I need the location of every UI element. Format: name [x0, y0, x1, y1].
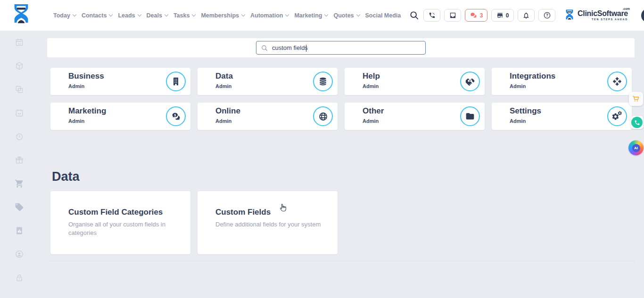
- phone-icon: [429, 12, 436, 19]
- main-nav: Today Contacts Leads Deals Tasks Members…: [53, 0, 401, 31]
- search-icon: [261, 45, 268, 51]
- nav-label: Contacts: [82, 12, 107, 19]
- chat-button[interactable]: 3: [465, 9, 487, 22]
- nav-item-social-media[interactable]: Social Media: [365, 12, 401, 19]
- inbox-icon: [449, 12, 456, 19]
- brand-tld: .com: [623, 8, 630, 11]
- category-title: Settings: [510, 106, 541, 116]
- category-subtitle: Admin: [68, 118, 84, 124]
- chevron-down-icon: [356, 13, 360, 16]
- nav-item-marketing[interactable]: Marketing: [294, 12, 328, 19]
- header: Today Contacts Leads Deals Tasks Members…: [0, 0, 644, 31]
- category-icon-circle: [607, 106, 627, 126]
- gift-icon[interactable]: [15, 155, 24, 165]
- cart-icon[interactable]: [15, 179, 24, 188]
- handshake-icon: [465, 76, 475, 87]
- user-circle-icon[interactable]: [15, 250, 24, 259]
- category-icon-circle: [313, 106, 333, 126]
- category-icon-circle: [460, 106, 480, 126]
- help-button[interactable]: ?: [538, 9, 555, 22]
- section-title: Data: [52, 169, 80, 184]
- copy-icon[interactable]: [15, 85, 24, 94]
- category-card-other[interactable]: Other Admin: [345, 103, 485, 130]
- nav-item-today[interactable]: Today: [53, 12, 76, 19]
- admin-search-box[interactable]: [256, 41, 426, 55]
- hourglass-logo-icon: [564, 9, 575, 22]
- category-card-data[interactable]: Data Admin: [198, 68, 338, 95]
- nav-label: Leads: [118, 12, 135, 19]
- chat-bubbles-icon: [470, 11, 478, 19]
- database-icon: [318, 77, 328, 86]
- store-icon: [496, 12, 504, 19]
- category-card-business[interactable]: Business Admin: [50, 68, 190, 95]
- hand-cursor-icon: [278, 202, 289, 214]
- register-button[interactable]: 0: [491, 9, 514, 22]
- user-avatar[interactable]: [641, 8, 644, 23]
- category-card-integrations[interactable]: Integrations Admin: [492, 68, 632, 95]
- search-icon[interactable]: [408, 9, 420, 22]
- text-caret: [306, 45, 306, 52]
- nav-label: Quotes: [333, 12, 354, 19]
- app-logo[interactable]: [10, 3, 32, 29]
- category-subtitle: Admin: [363, 83, 379, 89]
- report-icon[interactable]: [15, 226, 24, 235]
- ai-icon: AI: [632, 144, 640, 152]
- category-subtitle: Admin: [363, 118, 379, 124]
- floating-cart-button[interactable]: [629, 92, 643, 106]
- category-icon-circle: [166, 72, 186, 91]
- chevron-down-icon: [109, 13, 113, 16]
- category-card-marketing[interactable]: Marketing Admin $: [50, 103, 190, 130]
- page: Today Contacts Leads Deals Tasks Members…: [0, 0, 644, 298]
- building-icon: [171, 77, 181, 86]
- category-subtitle: Admin: [215, 83, 231, 89]
- lock-icon[interactable]: [15, 273, 24, 282]
- nav-item-automation[interactable]: Automation: [250, 12, 289, 19]
- register-count-badge: 0: [506, 12, 509, 19]
- history-icon[interactable]: [15, 132, 24, 141]
- floating-whatsapp-button[interactable]: [630, 116, 644, 129]
- chevron-down-icon: [73, 13, 76, 16]
- category-icon-circle: [460, 72, 480, 91]
- calendar-icon[interactable]: 12: [15, 38, 24, 47]
- category-icon-circle: [313, 72, 333, 91]
- nav-item-memberships[interactable]: Memberships: [201, 12, 245, 19]
- card-description: Define additional fields for your system: [215, 220, 325, 229]
- brand-text: ClinicSoftware .com TEN STEPS AHEAD: [578, 10, 632, 21]
- notifications-button[interactable]: [518, 9, 535, 22]
- booking-calendar-icon[interactable]: [15, 108, 24, 118]
- chevron-down-icon: [285, 13, 289, 16]
- card-custom-field-categories[interactable]: Custom Field Categories Organise all of …: [50, 191, 190, 254]
- nav-item-tasks[interactable]: Tasks: [173, 12, 196, 19]
- nav-item-deals[interactable]: Deals: [147, 12, 168, 19]
- package-icon[interactable]: [15, 61, 24, 71]
- card-custom-fields[interactable]: Custom Fields Define additional fields f…: [198, 191, 338, 254]
- nav-label: Tasks: [173, 12, 190, 19]
- nav-item-quotes[interactable]: Quotes: [333, 12, 359, 19]
- globe-icon: [318, 112, 328, 121]
- category-title: Integrations: [510, 72, 555, 81]
- sidebar: 12: [0, 31, 38, 282]
- phone-button[interactable]: [423, 9, 440, 22]
- nav-item-contacts[interactable]: Contacts: [82, 12, 112, 19]
- category-title: Other: [363, 106, 384, 116]
- admin-search-input[interactable]: [268, 44, 425, 51]
- svg-text:12: 12: [17, 42, 20, 45]
- category-subtitle: Admin: [215, 118, 231, 124]
- nav-label: Social Media: [365, 12, 401, 19]
- chevron-down-icon: [241, 13, 245, 16]
- clinicsoftware-brand[interactable]: ClinicSoftware .com TEN STEPS AHEAD: [564, 9, 632, 22]
- category-grid: Business Admin Data Admin Help Admin Int…: [50, 68, 632, 130]
- category-card-settings[interactable]: Settings Admin: [492, 103, 632, 130]
- category-card-help[interactable]: Help Admin: [345, 68, 485, 95]
- category-card-online[interactable]: Online Admin: [198, 103, 338, 130]
- data-card-grid: Custom Field Categories Organise all of …: [50, 191, 338, 254]
- chevron-down-icon: [137, 13, 141, 16]
- move-arrows-icon: [612, 77, 622, 86]
- nav-item-leads[interactable]: Leads: [118, 12, 140, 19]
- card-title: Custom Field Categories: [68, 208, 163, 217]
- tag-icon[interactable]: [15, 202, 24, 212]
- floating-ai-button[interactable]: AI: [628, 140, 644, 155]
- chevron-down-icon: [165, 13, 168, 16]
- inbox-button[interactable]: [444, 9, 461, 22]
- category-title: Help: [363, 72, 380, 81]
